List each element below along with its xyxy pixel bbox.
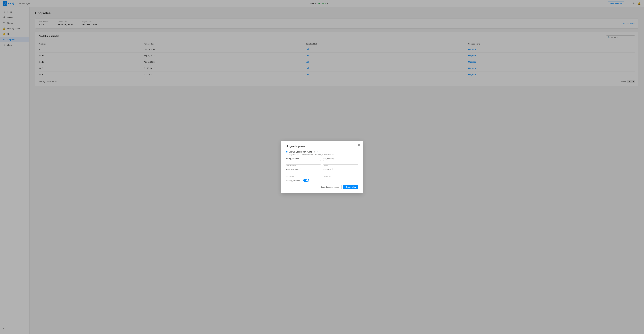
form-grid-bottom: neo4j_new_home ? Default: new pagecache …	[286, 168, 358, 177]
radio-migrate-desc: Migration of a cluster installation from…	[289, 154, 358, 156]
radio-option-migrate[interactable]: Migrate Cluster from 4.4 to 5.x 🔗	[286, 151, 358, 153]
pagecache-hint: Default: 8m	[323, 176, 358, 177]
modal-close-button[interactable]: ✕	[358, 144, 360, 147]
create-plan-button[interactable]: Create plan	[343, 185, 358, 189]
backup-directory-label: backup_directory ?	[286, 158, 321, 160]
include-metadata-help-icon[interactable]: ?	[301, 179, 302, 181]
migrate-link[interactable]: 🔗	[317, 151, 319, 153]
pagecache-input[interactable]	[323, 171, 358, 175]
data-directory-input[interactable]	[323, 160, 358, 164]
neo4j-new-home-label: neo4j_new_home ?	[286, 168, 321, 170]
form-grid-top: backup_directory ? Default: backup data_…	[286, 158, 358, 166]
radio-migrate-label: Migrate Cluster from 4.4 to 5.x	[289, 151, 315, 153]
neo4j-new-home-input[interactable]	[286, 171, 321, 175]
backup-directory-input[interactable]	[286, 160, 321, 164]
data-directory-help-icon[interactable]: ?	[334, 158, 335, 160]
backup-directory-hint: Default: backup	[286, 165, 321, 166]
upgrade-plans-modal: Upgrade plans ✕ Migrate Cluster from 4.4…	[281, 141, 363, 193]
neo4j-new-home-hint: Default: new	[286, 176, 321, 177]
data-directory-label: data_directory ?	[323, 158, 358, 160]
radio-migrate[interactable]	[286, 151, 288, 153]
modal-overlay[interactable]: Upgrade plans ✕ Migrate Cluster from 4.4…	[0, 0, 644, 334]
backup-directory-help-icon[interactable]: ?	[299, 158, 300, 160]
include-metadata-toggle[interactable]	[303, 179, 309, 182]
include-metadata-row: include_metadata ?	[286, 179, 358, 182]
pagecache-label: pagecache ?	[323, 168, 358, 170]
neo4j-new-home-field: neo4j_new_home ? Default: new	[286, 168, 321, 177]
modal-title: Upgrade plans	[286, 145, 358, 148]
backup-directory-field: backup_directory ? Default: backup	[286, 158, 321, 166]
data-directory-field: data_directory ? Default:	[323, 158, 358, 166]
pagecache-help-icon[interactable]: ?	[332, 168, 333, 170]
neo4j-new-home-help-icon[interactable]: ?	[300, 168, 301, 170]
data-directory-hint: Default:	[323, 165, 358, 166]
modal-footer: Discard custom values Create plan	[286, 185, 358, 189]
discard-button[interactable]: Discard custom values	[318, 185, 342, 189]
include-metadata-label: include_metadata	[286, 179, 300, 182]
pagecache-field: pagecache ? Default: 8m	[323, 168, 358, 177]
